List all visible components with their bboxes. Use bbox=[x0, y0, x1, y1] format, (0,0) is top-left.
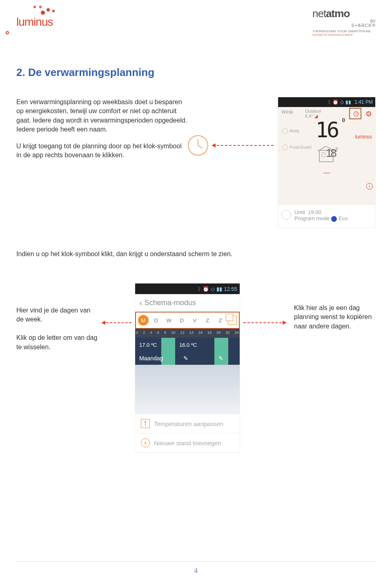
svg-line-2 bbox=[198, 145, 203, 148]
netatmo-starck: S+ARCK® bbox=[312, 23, 376, 28]
until-time: 19:00 bbox=[308, 209, 321, 215]
edit-icon[interactable]: ✎ bbox=[183, 355, 188, 362]
settings-gear-icon[interactable]: ⚙ bbox=[365, 109, 372, 118]
day-button[interactable]: M bbox=[138, 315, 149, 326]
arrow-dashed-icon bbox=[212, 145, 274, 146]
netatmo-wordmark: netatmo bbox=[312, 7, 376, 20]
phone-screenshot-1: ᛒ ⏰ ◇ ▮▮ 1:41 PM Wilrijk Outdoor 6.4° ◢ … bbox=[278, 97, 376, 228]
callout-right: Klik hier als je een dag planning wenst … bbox=[294, 304, 376, 331]
wifi-icon: ◇ bbox=[340, 99, 344, 105]
intro-text: Een verwarmingsplanning op weekbasis doe… bbox=[16, 98, 188, 160]
outdoor-temp: 6.4° bbox=[305, 114, 313, 118]
temp-label-1: 17.0 ºC bbox=[139, 342, 157, 348]
day-button[interactable]: V bbox=[189, 315, 200, 326]
clock-illustration-icon bbox=[187, 134, 209, 156]
day-button[interactable]: D bbox=[176, 315, 187, 326]
day-name: Maandag bbox=[139, 355, 163, 362]
status-bar: ᛒ ⏰ ◇ ▮▮ 12:55 bbox=[135, 283, 240, 294]
option-adjust-temps[interactable]: T Temperaturen aanpassen bbox=[135, 414, 240, 433]
decor-circle-icon bbox=[6, 31, 9, 34]
footer-rule bbox=[16, 561, 376, 562]
callout-left: Hier vind je de dagen van de week. Klik … bbox=[16, 306, 98, 352]
outdoor-label: Outdoor bbox=[305, 109, 321, 114]
day-button[interactable]: D bbox=[151, 315, 161, 326]
until-label: Until bbox=[294, 209, 305, 215]
temp-label-2: 16.0 ºC bbox=[179, 342, 197, 348]
away-label: Away bbox=[290, 127, 299, 136]
paragraph-2: U krijgt toegang tot de planning door op… bbox=[16, 142, 188, 160]
day-button[interactable]: Z bbox=[215, 315, 226, 326]
clock-icon bbox=[281, 210, 291, 220]
netatmo-tagline2: controleer uw verwarming op afstand bbox=[312, 33, 376, 36]
netatmo-logo: netatmo BY S+ARCK® THERMOSTAAT VOOR SMAR… bbox=[312, 7, 376, 36]
screen-header[interactable]: ‹ Schema-modus bbox=[135, 294, 240, 312]
edit-icon[interactable]: ✎ bbox=[218, 355, 223, 362]
thermometer-icon: T bbox=[141, 419, 150, 428]
svg-rect-4 bbox=[322, 153, 325, 157]
time-ruler: 024681012141618202224 bbox=[135, 329, 240, 338]
alarm-icon: ⏰ bbox=[332, 99, 339, 105]
days-row: M D W D V Z Z bbox=[135, 312, 240, 329]
status-time: 1:41 PM bbox=[354, 99, 373, 105]
status-bar: ᛒ ⏰ ◇ ▮▮ 1:41 PM bbox=[278, 97, 375, 107]
frost-label: Frost-Guard bbox=[290, 143, 312, 152]
location-label: Wilrijk bbox=[281, 109, 293, 114]
luminus-wordmark: luminus bbox=[16, 16, 78, 29]
page-header: luminus netatmo BY S+ARCK® THERMOSTAAT V… bbox=[16, 7, 376, 37]
luminus-logo: luminus bbox=[16, 8, 78, 29]
schedule-strip[interactable]: 17.0 ºC 16.0 ºC Maandag ✎ ✎ bbox=[135, 338, 240, 365]
main-temperature: 160 bbox=[316, 118, 338, 142]
plus-icon: + bbox=[141, 438, 150, 447]
paragraph-1: Een verwarmingsplanning op weekbasis doe… bbox=[16, 98, 188, 134]
eco-dot-icon bbox=[331, 216, 337, 222]
page-number: 4 bbox=[194, 567, 198, 575]
program-panel: Until 19:00 Program modeEco bbox=[278, 205, 375, 228]
highlight-box bbox=[349, 108, 361, 119]
bluetooth-icon: ᛒ bbox=[328, 99, 331, 105]
program-mode-value: Eco bbox=[339, 215, 347, 221]
back-icon[interactable]: ‹ bbox=[139, 298, 142, 308]
spacer bbox=[135, 365, 240, 414]
arrow-left-icon bbox=[102, 322, 131, 323]
info-icon[interactable]: i bbox=[366, 183, 373, 190]
screen-title: Schema-modus bbox=[145, 299, 196, 307]
mid-paragraph: Indien u op het klok-symbool klikt, dan … bbox=[16, 250, 376, 258]
option-add-mode[interactable]: + Nieuwe stand toevoegen bbox=[135, 433, 240, 452]
luminus-mini-label: luminus bbox=[355, 134, 372, 140]
arrow-right-icon bbox=[243, 322, 286, 323]
bluetooth-icon: ᛒ bbox=[198, 286, 201, 292]
wifi-icon: ◇ bbox=[211, 286, 215, 292]
program-mode-label: Program mode bbox=[294, 215, 330, 221]
frost-icon[interactable] bbox=[282, 145, 288, 150]
mode-list: Away Frost-Guard bbox=[282, 127, 312, 152]
phone-screenshot-2: ᛒ ⏰ ◇ ▮▮ 12:55 ‹ Schema-modus M D W D V … bbox=[135, 283, 240, 453]
copy-day-icon[interactable] bbox=[228, 316, 237, 325]
signal-icon: ▮▮ bbox=[345, 99, 351, 105]
away-icon[interactable] bbox=[282, 128, 288, 134]
day-button[interactable]: W bbox=[164, 315, 174, 326]
section-heading: 2. De verwarmingsplanning bbox=[16, 66, 376, 79]
day-button[interactable]: Z bbox=[202, 315, 213, 326]
signal-icon: ▮▮ bbox=[216, 286, 222, 292]
alarm-icon: ⏰ bbox=[203, 286, 209, 292]
status-time: 12:55 bbox=[224, 286, 237, 292]
netatmo-tagline1: THERMOSTAAT VOOR SMARTPHONE bbox=[312, 29, 376, 33]
